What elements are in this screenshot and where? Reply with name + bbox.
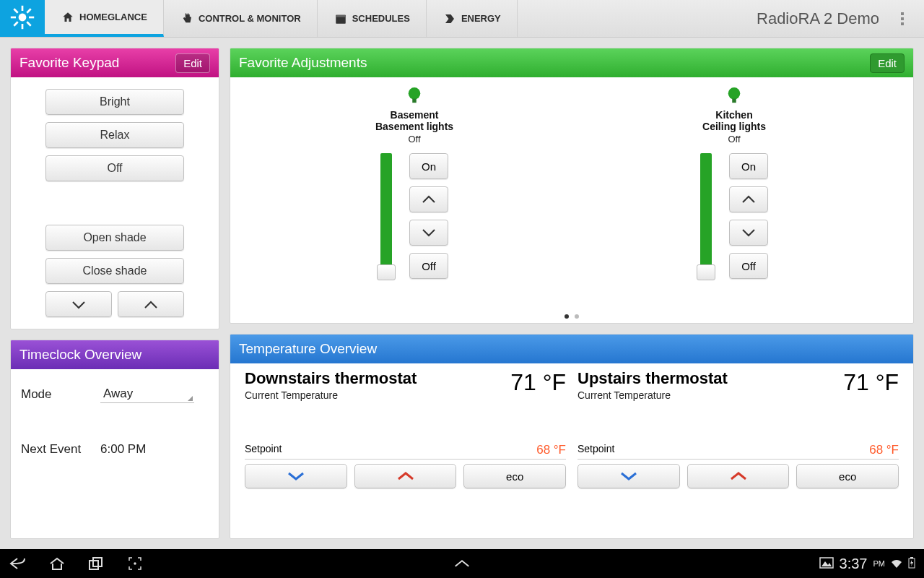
home-icon (61, 10, 75, 25)
light-raise-button[interactable] (729, 186, 768, 212)
light-lower-button[interactable] (409, 220, 448, 246)
slider-thumb[interactable] (697, 264, 715, 280)
thermostat-name: Upstairs thermostat (578, 369, 728, 388)
svg-line-5 (14, 9, 17, 12)
mode-select[interactable]: Away (100, 385, 194, 403)
setpoint-label: Setpoint (578, 443, 614, 457)
tab-energy[interactable]: ENERGY (427, 0, 518, 37)
battery-icon (908, 556, 915, 572)
panel-title: Timeclock Overview (19, 347, 141, 363)
panel-header: Timeclock Overview (11, 340, 219, 369)
setpoint-down-button[interactable] (578, 464, 680, 488)
top-nav: HOMEGLANCE CONTROL & MONITOR SCHEDULES E… (0, 0, 924, 38)
chevron-up-icon (728, 471, 749, 481)
app-logo[interactable] (0, 0, 45, 37)
tab-label: HOMEGLANCE (79, 12, 147, 22)
keypad-lower-button[interactable] (45, 291, 112, 317)
adjustment-state: Off (408, 134, 420, 144)
panel-title: Favorite Adjustments (239, 55, 367, 71)
setpoint-label: Setpoint (245, 443, 282, 457)
light-off-button[interactable]: Off (729, 253, 768, 279)
adjustment-basement: Basement Basement lights Off On Off (375, 86, 453, 317)
light-off-button[interactable]: Off (409, 253, 448, 279)
svg-rect-10 (336, 14, 346, 17)
expand-up-icon[interactable] (453, 554, 471, 573)
edit-adjustments-button[interactable]: Edit (870, 53, 905, 73)
light-on-button[interactable]: On (729, 153, 768, 179)
favorite-keypad-panel: Favorite Keypad Edit Bright Relax Off Op… (10, 48, 219, 329)
eco-button[interactable]: eco (796, 464, 899, 488)
adjustment-device: Basement lights (375, 121, 453, 132)
light-lower-button[interactable] (729, 220, 768, 246)
panel-title: Temperature Overview (239, 341, 377, 357)
adjustment-room: Kitchen (715, 109, 752, 121)
chevron-up-icon (396, 471, 416, 481)
chevron-down-icon (619, 471, 639, 481)
picture-icon (819, 556, 834, 572)
keypad-bright-button[interactable]: Bright (45, 89, 184, 115)
tab-schedules[interactable]: SCHEDULES (318, 0, 427, 37)
timeclock-panel: Timeclock Overview Mode Away Next Event … (10, 340, 219, 539)
tab-label: CONTROL & MONITOR (199, 13, 301, 24)
overflow-menu-icon[interactable] (892, 12, 912, 25)
tab-control-monitor[interactable]: CONTROL & MONITOR (164, 0, 318, 37)
setpoint-up-button[interactable] (687, 464, 790, 488)
bulb-icon (726, 86, 742, 106)
dimmer-slider[interactable] (700, 153, 712, 276)
energy-icon (443, 12, 457, 26)
thermostat-temp: 71 °F (510, 369, 566, 396)
dimmer-slider[interactable] (380, 153, 392, 276)
next-event-value: 6:00 PM (100, 442, 146, 457)
svg-line-6 (27, 22, 30, 25)
keypad-off-button[interactable]: Off (45, 155, 184, 181)
panel-title: Favorite Keypad (19, 55, 119, 71)
temperature-panel: Temperature Overview Downstairs thermost… (230, 334, 914, 539)
android-navbar: 3:37 PM (0, 549, 924, 578)
svg-marker-22 (910, 560, 913, 566)
slider-thumb[interactable] (377, 264, 396, 280)
svg-marker-19 (821, 561, 832, 566)
panel-header: Favorite Adjustments Edit (230, 48, 913, 77)
tab-label: ENERGY (461, 13, 501, 24)
svg-rect-12 (412, 99, 417, 103)
status-time: 3:37 (840, 556, 868, 572)
chevron-down-icon (286, 471, 306, 481)
svg-line-7 (27, 9, 30, 12)
tab-label: SCHEDULES (352, 13, 410, 24)
adjustment-state: Off (728, 134, 740, 144)
app-title: RadioRA 2 Demo (757, 9, 879, 28)
keypad-relax-button[interactable]: Relax (45, 122, 184, 148)
adjustment-kitchen: Kitchen Ceiling lights Off On Off (700, 86, 768, 317)
screenshot-icon[interactable] (126, 554, 144, 573)
adjustment-device: Ceiling lights (702, 121, 766, 132)
svg-line-8 (14, 22, 17, 25)
home-icon[interactable] (48, 554, 66, 573)
adjustment-room: Basement (391, 109, 439, 121)
svg-point-13 (728, 87, 741, 99)
thermostat-name: Downstairs thermostat (245, 369, 417, 388)
svg-point-11 (409, 87, 421, 99)
light-on-button[interactable]: On (409, 153, 448, 179)
setpoint-up-button[interactable] (354, 464, 457, 488)
thermostat-temp: 71 °F (843, 369, 899, 396)
calendar-icon (334, 12, 348, 26)
keypad-close-shade-button[interactable]: Close shade (45, 258, 184, 284)
svg-point-0 (19, 13, 27, 21)
eco-button[interactable]: eco (463, 464, 566, 488)
svg-point-17 (134, 563, 136, 564)
status-ampm: PM (873, 559, 886, 568)
thermostat-downstairs: Downstairs thermostat Current Temperatur… (239, 369, 572, 488)
wifi-icon (891, 556, 902, 572)
mode-label: Mode (21, 387, 100, 402)
svg-rect-14 (732, 99, 736, 103)
recent-apps-icon[interactable] (87, 554, 105, 573)
setpoint-down-button[interactable] (245, 464, 347, 488)
panel-header: Favorite Keypad Edit (11, 48, 219, 77)
keypad-open-shade-button[interactable]: Open shade (45, 225, 184, 251)
edit-keypad-button[interactable]: Edit (175, 53, 210, 73)
favorite-adjustments-panel: Favorite Adjustments Edit Basement Basem… (230, 48, 914, 324)
tab-homeglance[interactable]: HOMEGLANCE (45, 0, 164, 37)
back-icon[interactable] (9, 554, 27, 573)
light-raise-button[interactable] (409, 186, 448, 212)
keypad-raise-button[interactable] (118, 291, 184, 317)
